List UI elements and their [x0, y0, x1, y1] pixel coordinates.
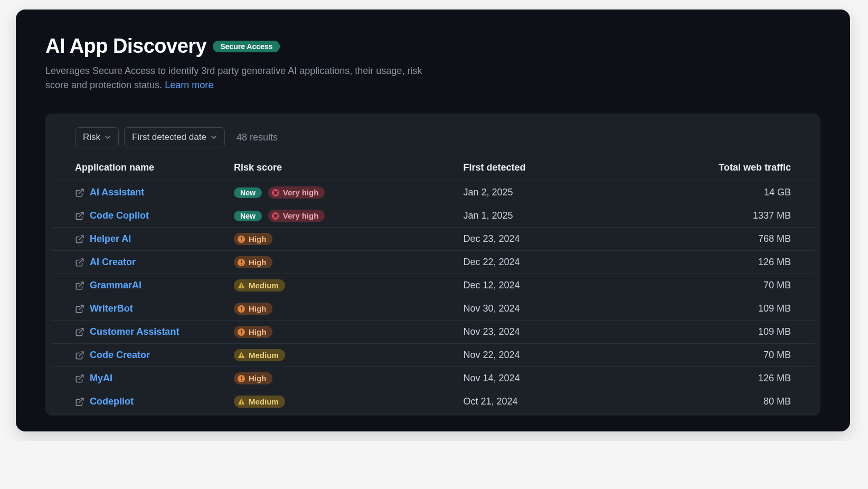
first-detected-cell: Nov 23, 2024 [456, 321, 662, 344]
table-row: WriterBotHighNov 30, 2024109 MB [51, 297, 815, 321]
table-header-row: Application name Risk score First detect… [51, 157, 815, 181]
first-detected-cell: Oct 21, 2024 [456, 390, 662, 413]
risk-very-high-icon [271, 212, 280, 220]
risk-badge: High [234, 303, 272, 315]
svg-line-23 [79, 352, 83, 356]
svg-rect-10 [241, 260, 242, 263]
external-link-icon[interactable] [75, 397, 84, 407]
risk-badge: High [234, 372, 272, 384]
table-row: Code CopilotNewVery highJan 1, 20251337 … [51, 204, 815, 228]
apps-table: Application name Risk score First detect… [51, 157, 815, 413]
external-link-icon[interactable] [75, 211, 84, 221]
svg-rect-13 [241, 284, 242, 286]
traffic-cell: 70 MB [662, 344, 815, 367]
risk-label: Medium [249, 351, 279, 360]
traffic-cell: 126 MB [662, 251, 815, 274]
app-name-link[interactable]: Helper AI [90, 233, 131, 245]
first-detected-cell: Dec 23, 2024 [456, 228, 662, 251]
app-name-link[interactable]: AI Assistant [90, 187, 144, 198]
first-detected-cell: Dec 12, 2024 [456, 274, 662, 297]
svg-line-4 [79, 236, 83, 240]
app-name-link[interactable]: GrammarAI [90, 280, 141, 291]
risk-label: Medium [249, 397, 279, 406]
svg-rect-17 [241, 307, 242, 309]
learn-more-link[interactable]: Learn more [165, 80, 213, 90]
traffic-cell: 109 MB [662, 321, 815, 344]
app-name-link[interactable]: Customer Assistant [90, 326, 179, 337]
risk-label: Medium [249, 281, 279, 290]
risk-high-icon [237, 374, 246, 383]
risk-badge: Very high [268, 210, 325, 222]
svg-rect-18 [241, 310, 242, 311]
svg-line-2 [79, 212, 83, 217]
risk-label: Very high [283, 188, 319, 197]
svg-line-0 [79, 189, 83, 193]
svg-line-15 [79, 305, 83, 309]
first-detected-cell: Jan 1, 2025 [456, 204, 662, 228]
table-row: AI CreatorHighDec 22, 2024126 MB [51, 251, 815, 274]
svg-rect-7 [241, 240, 242, 241]
app-name-link[interactable]: Code Creator [90, 350, 150, 361]
svg-rect-14 [241, 287, 242, 288]
risk-badge: Medium [234, 349, 285, 361]
external-link-icon[interactable] [75, 188, 84, 198]
external-link-icon[interactable] [75, 281, 84, 290]
subtitle-text: Leverages Secure Access to identify 3rd … [45, 65, 422, 90]
risk-badge: Medium [234, 279, 285, 291]
filter-date-button[interactable]: First detected date [124, 127, 225, 147]
traffic-cell: 14 GB [662, 181, 815, 204]
toolbar: Risk First detected date 48 results [45, 127, 820, 157]
page-title: AI App Discovery [45, 35, 206, 58]
app-name-link[interactable]: Codepilot [90, 396, 134, 407]
external-link-icon[interactable] [75, 304, 84, 314]
table-row: CodepilotMediumOct 21, 202480 MB [51, 390, 815, 413]
risk-high-icon [237, 328, 246, 336]
svg-rect-6 [241, 237, 242, 240]
external-link-icon[interactable] [75, 351, 84, 360]
svg-rect-31 [241, 400, 242, 402]
app-name-link[interactable]: WriterBot [90, 303, 133, 314]
filter-risk-button[interactable]: Risk [75, 127, 119, 147]
page-subtitle: Leverages Secure Access to identify 3rd … [45, 64, 426, 92]
table-row: MyAIHighNov 14, 2024126 MB [51, 367, 815, 390]
traffic-cell: 70 MB [662, 274, 815, 297]
first-detected-cell: Nov 22, 2024 [456, 344, 662, 367]
svg-line-12 [79, 282, 83, 286]
external-link-icon[interactable] [75, 234, 84, 244]
svg-rect-29 [241, 380, 242, 381]
first-detected-cell: Jan 2, 2025 [456, 181, 662, 204]
risk-badge: High [234, 233, 272, 245]
col-header-app[interactable]: Application name [51, 157, 227, 181]
first-detected-cell: Nov 14, 2024 [456, 367, 662, 390]
risk-label: High [249, 374, 266, 383]
col-header-detected[interactable]: First detected [456, 157, 662, 181]
svg-line-26 [79, 375, 83, 379]
results-panel: Risk First detected date 48 results Appl… [45, 114, 820, 416]
svg-line-8 [79, 259, 83, 263]
page-header: AI App Discovery Secure Access Leverages… [45, 35, 426, 92]
table-row: Customer AssistantHighNov 23, 2024109 MB [51, 321, 815, 344]
table-row: GrammarAIMediumDec 12, 202470 MB [51, 274, 815, 297]
svg-rect-11 [241, 264, 242, 265]
external-link-icon[interactable] [75, 258, 84, 267]
app-name-link[interactable]: AI Creator [90, 257, 136, 268]
svg-rect-24 [241, 354, 242, 356]
chevron-down-icon [211, 134, 217, 140]
risk-label: High [249, 258, 266, 267]
risk-high-icon [237, 305, 246, 313]
col-header-traffic[interactable]: Total web traffic [662, 157, 815, 181]
app-card: AI App Discovery Secure Access Leverages… [16, 10, 850, 431]
external-link-icon[interactable] [75, 374, 84, 383]
app-name-link[interactable]: MyAI [90, 373, 112, 384]
svg-rect-32 [241, 403, 242, 404]
app-name-link[interactable]: Code Copilot [90, 210, 149, 221]
risk-high-icon [237, 235, 246, 243]
col-header-risk[interactable]: Risk score [227, 157, 456, 181]
new-badge: New [234, 187, 262, 198]
traffic-cell: 109 MB [662, 297, 815, 321]
chevron-down-icon [105, 134, 111, 140]
traffic-cell: 80 MB [662, 390, 815, 413]
risk-badge: Medium [234, 396, 285, 408]
external-link-icon[interactable] [75, 327, 84, 337]
svg-rect-21 [241, 330, 242, 333]
